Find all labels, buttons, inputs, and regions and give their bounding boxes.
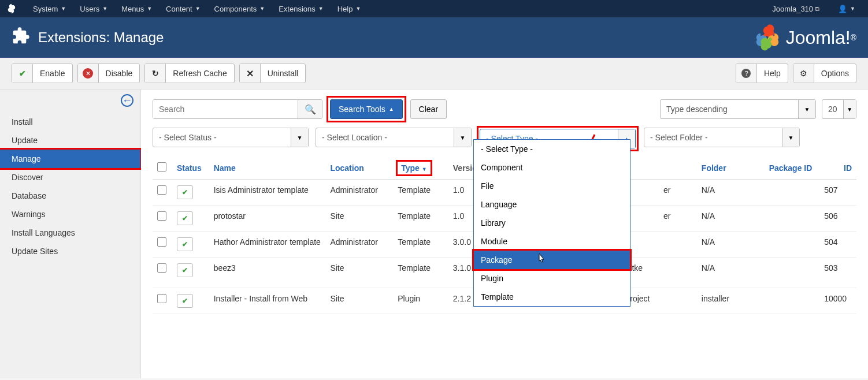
col-id[interactable]: ID: [819, 157, 856, 180]
check-icon: ✔: [182, 240, 188, 248]
status-toggle[interactable]: ✔: [177, 211, 193, 225]
location-select[interactable]: - Select Location - ▼: [316, 128, 472, 147]
sidebar-item-manage[interactable]: Manage: [0, 150, 140, 168]
status-select[interactable]: - Select Status - ▼: [153, 128, 309, 147]
col-pkgid[interactable]: Package ID: [765, 157, 820, 180]
cell-id: 507: [819, 180, 856, 206]
collapse-sidebar-button[interactable]: ←: [121, 94, 133, 107]
cell-folder: installer: [697, 288, 765, 314]
user-icon: 👤: [838, 5, 847, 13]
caret-down-icon: ▼: [61, 6, 66, 12]
cell-folder: N/A: [697, 180, 765, 206]
joomla-swirl-icon: [754, 24, 781, 51]
row-checkbox[interactable]: [157, 185, 166, 195]
cell-location: Site: [325, 206, 393, 232]
col-location[interactable]: Location: [325, 157, 393, 180]
cell-type: Template: [393, 232, 448, 258]
disable-button[interactable]: ✕ Disable: [77, 64, 140, 83]
dd-item-plugin[interactable]: Plugin: [474, 269, 630, 288]
cell-name: Installer - Install from Web: [209, 288, 326, 314]
dd-item-select[interactable]: - Select Type -: [474, 140, 630, 158]
row-checkbox[interactable]: [157, 237, 166, 247]
limit-select[interactable]: 20 ▼: [822, 99, 856, 119]
folder-select[interactable]: - Select Folder - ▼: [644, 128, 800, 147]
sidebar-item-discover[interactable]: Discover: [0, 168, 140, 187]
sidebar-item-warnings[interactable]: Warnings: [0, 205, 140, 223]
caret-down-icon: ▼: [291, 128, 308, 147]
row-checkbox[interactable]: [157, 294, 166, 303]
refresh-cache-button[interactable]: ↻ Refresh Cache: [144, 64, 234, 83]
options-button[interactable]: ⚙ Options: [793, 64, 856, 83]
cell-pkgid: [765, 288, 820, 314]
nav-components[interactable]: Components▼: [207, 5, 272, 13]
dd-item-package[interactable]: Package: [474, 251, 630, 269]
nav-help[interactable]: Help▼: [331, 5, 368, 13]
page-title: Extensions: Manage: [38, 29, 164, 46]
search-tools-button[interactable]: Search Tools▲: [330, 99, 403, 119]
nav-menus[interactable]: Menus▼: [114, 5, 159, 13]
site-link[interactable]: Joomla_310⧉: [765, 5, 826, 13]
search-button[interactable]: 🔍: [298, 100, 322, 118]
col-name[interactable]: Name: [209, 157, 326, 180]
help-icon: ?: [741, 69, 751, 78]
dd-item-library[interactable]: Library: [474, 214, 630, 232]
cell-folder: N/A: [697, 258, 765, 288]
cell-pkgid: [765, 232, 820, 258]
search-box: 🔍: [153, 99, 322, 119]
dd-item-template[interactable]: Template: [474, 288, 630, 306]
sidebar-item-update-sites[interactable]: Update Sites: [0, 242, 140, 260]
dd-item-language[interactable]: Language: [474, 195, 630, 214]
nav-content[interactable]: Content▼: [159, 5, 207, 13]
caret-down-icon: ▼: [422, 166, 427, 172]
clear-button[interactable]: Clear: [410, 99, 447, 119]
caret-down-icon: ▼: [259, 6, 265, 12]
sidebar-item-database[interactable]: Database: [0, 187, 140, 205]
enable-button[interactable]: ✔ Enable: [12, 64, 73, 83]
help-button[interactable]: ? Help: [736, 64, 788, 83]
nav-system[interactable]: System▼: [26, 5, 73, 13]
caret-down-icon: ▼: [850, 6, 855, 12]
select-all-checkbox[interactable]: [157, 162, 166, 172]
caret-down-icon: ▼: [798, 100, 815, 118]
check-icon: ✔: [182, 188, 188, 196]
refresh-icon: ↻: [152, 69, 159, 78]
nav-users[interactable]: Users▼: [73, 5, 114, 13]
row-checkbox[interactable]: [157, 211, 166, 221]
cell-id: 504: [819, 232, 856, 258]
user-menu[interactable]: 👤▼: [831, 5, 862, 13]
sidebar-item-update[interactable]: Update: [0, 131, 140, 150]
cell-type: Plugin: [393, 288, 448, 314]
row-checkbox[interactable]: [157, 263, 166, 273]
cursor-icon: [536, 253, 547, 266]
sort-select[interactable]: Type descending ▼: [660, 99, 816, 119]
cell-pkgid: [765, 258, 820, 288]
col-status[interactable]: Status: [172, 157, 209, 180]
col-type[interactable]: Type ▼: [393, 157, 448, 180]
col-folder[interactable]: Folder: [697, 157, 765, 180]
main-area: ← Install Update Manage Discover Databas…: [0, 90, 868, 378]
caret-down-icon: ▼: [147, 6, 152, 12]
nav-extensions[interactable]: Extensions▼: [272, 5, 331, 13]
dd-item-file[interactable]: File: [474, 177, 630, 195]
search-input[interactable]: [153, 100, 298, 118]
sidebar-item-install[interactable]: Install: [0, 113, 140, 131]
cell-location: Administrator: [325, 180, 393, 206]
sidebar-item-install-languages[interactable]: Install Languages: [0, 223, 140, 242]
content-area: 🔍 Search Tools▲ Clear Type descending ▼ …: [141, 90, 868, 378]
uninstall-button[interactable]: ✕ Uninstall: [239, 64, 306, 83]
cell-type: Template: [393, 180, 448, 206]
caret-down-icon: ▼: [195, 6, 201, 12]
status-toggle[interactable]: ✔: [177, 294, 193, 308]
joomla-logo: Joomla!®: [754, 24, 856, 51]
dd-item-module[interactable]: Module: [474, 232, 630, 251]
status-toggle[interactable]: ✔: [177, 237, 193, 251]
check-icon: ✔: [182, 214, 188, 222]
status-toggle[interactable]: ✔: [177, 263, 193, 277]
search-icon: 🔍: [305, 104, 316, 115]
status-toggle[interactable]: ✔: [177, 185, 193, 199]
check-icon: ✔: [19, 69, 26, 78]
dd-item-component[interactable]: Component: [474, 158, 630, 177]
caret-down-icon: ▼: [843, 100, 856, 118]
caret-down-icon: ▼: [318, 6, 324, 12]
cell-name: Hathor Administrator template: [209, 232, 326, 258]
